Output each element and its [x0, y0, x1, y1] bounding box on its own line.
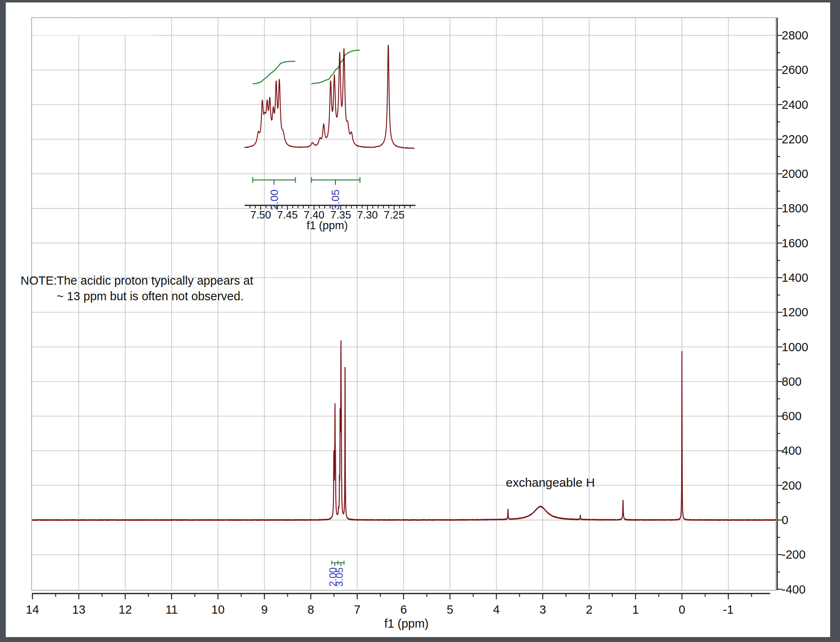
note-line1: The acidic proton typically appears at	[57, 274, 253, 287]
main-x-tick-label: 9	[261, 603, 268, 616]
main-x-tick-label: 11	[165, 603, 178, 616]
spectrum-canvas: 7.507.457.407.357.307.252.003.0514131211…	[0, 0, 840, 642]
window-border-left	[0, 0, 6, 642]
main-y-tick-label: -200	[782, 548, 806, 561]
main-y-tick-label: 1600	[782, 237, 808, 250]
main-y-tick-label: 400	[782, 444, 801, 457]
main-y-tick-label: 200	[782, 479, 801, 492]
window-border-top	[0, 0, 840, 2]
main-x-tick-label: 7	[354, 603, 360, 616]
main-x-tick-label: 12	[119, 603, 132, 616]
main-y-tick-label: 1800	[782, 202, 808, 215]
main-y-tick-label: 1400	[782, 271, 808, 284]
main-y-tick-label: 2000	[782, 167, 808, 180]
main-y-tick-label: 2600	[782, 63, 808, 76]
main-x-tick-label: 13	[72, 603, 85, 616]
main-y-tick-label: 2200	[782, 133, 808, 146]
integral-label: 2.00	[268, 189, 280, 210]
main-y-tick-label: 2400	[782, 98, 808, 111]
main-x-tick-label: 6	[400, 603, 407, 616]
main-x-tick-label: 8	[308, 603, 314, 616]
inset-x-tick-label: 7.25	[384, 209, 405, 221]
main-y-tick-label: 600	[782, 410, 801, 423]
main-x-tick-label: 3	[539, 603, 546, 616]
main-x-tick-label: 14	[26, 603, 39, 616]
main-x-tick-label: 1	[632, 603, 639, 616]
note-line2: ~ 13 ppm but is often not observed.	[57, 290, 243, 303]
window-border-right	[830, 0, 840, 642]
main-y-tick-label: -400	[782, 583, 806, 596]
main-x-tick-label: 2	[586, 603, 592, 616]
note-body: The acidic proton typically appears at ~…	[57, 273, 253, 304]
main-y-tick-label: 1000	[782, 341, 808, 354]
main-x-tick-label: -1	[723, 603, 734, 616]
note-text: NOTE: The acidic proton typically appear…	[21, 273, 253, 304]
main-x-tick-label: 10	[211, 603, 225, 616]
main-x-tick-label: 4	[493, 603, 500, 616]
window-border-bottom	[0, 637, 840, 642]
main-x-tick-label: 0	[679, 603, 685, 616]
inset-x-axis-title: f1 (ppm)	[286, 219, 368, 232]
integral-label: 3.05	[329, 189, 342, 210]
main-y-tick-label: 2800	[782, 29, 808, 42]
main-x-axis-title: f1 (ppm)	[365, 617, 448, 630]
nmr-spectrum-page: 7.507.457.407.357.307.252.003.0514131211…	[0, 0, 840, 642]
main-y-tick-label: 0	[782, 513, 788, 527]
main-x-tick-label: 5	[447, 603, 453, 616]
page-background	[0, 0, 840, 642]
annotation-exchangeable-h: exchangeable H	[506, 476, 595, 490]
main-y-tick-label: 1200	[782, 306, 808, 319]
integral-label: 3.05	[334, 567, 345, 587]
note-label: NOTE:	[21, 273, 57, 304]
whiteout-patch	[34, 19, 154, 35]
main-y-tick-label: 800	[782, 375, 801, 388]
